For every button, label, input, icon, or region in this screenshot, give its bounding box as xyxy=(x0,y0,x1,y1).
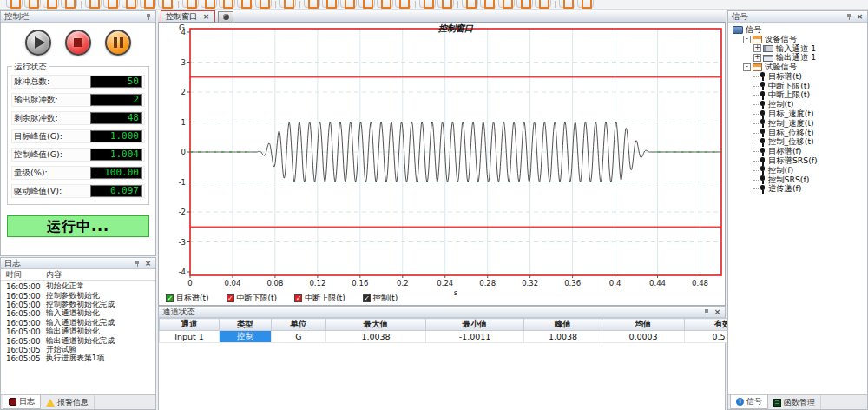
expand-icon[interactable]: + xyxy=(753,54,761,62)
log-entry[interactable]: 16:05:00输出通道初始化完成 xyxy=(1,336,155,345)
toolbar-button[interactable] xyxy=(395,0,411,8)
close-icon[interactable] xyxy=(144,260,152,268)
toolbar-button[interactable] xyxy=(182,0,199,8)
tab-label: 信号 xyxy=(746,396,762,407)
status-field-row: 量级(%):100.00 xyxy=(11,166,145,180)
status-field-label: 控制峰值(G): xyxy=(14,149,62,161)
toolbar-separator xyxy=(81,1,82,8)
collapse-icon[interactable]: - xyxy=(743,63,751,71)
toolbar-button[interactable] xyxy=(24,0,41,8)
expand-icon[interactable]: + xyxy=(753,44,761,52)
toolbar-button[interactable] xyxy=(279,0,296,8)
toolbar-button[interactable] xyxy=(255,0,272,8)
tab-label: 日志 xyxy=(19,396,35,407)
log-entry-time: 16:05:00 xyxy=(6,309,46,318)
sensor-icon xyxy=(760,72,766,81)
toolbar-button[interactable] xyxy=(122,0,138,8)
legend-checkbox[interactable] xyxy=(294,294,302,302)
waveform-chart: -4-3-2-10123400.040.080.120.160.20.240.2… xyxy=(159,23,725,305)
chart-legend: 目标谱(t)中断下限(t)中断上限(t)控制(t) xyxy=(166,293,398,304)
toolbar-button[interactable] xyxy=(559,0,575,8)
column-header[interactable]: 峰值 xyxy=(524,319,602,331)
close-icon[interactable] xyxy=(713,308,721,316)
pin-icon[interactable] xyxy=(703,308,710,316)
tree-item[interactable]: 信号 xyxy=(731,25,867,35)
toolbar-button[interactable] xyxy=(219,0,235,8)
pin-icon[interactable] xyxy=(134,260,141,268)
play-button[interactable] xyxy=(25,30,51,56)
column-header[interactable]: 最大值 xyxy=(326,319,426,331)
toolbar-button[interactable] xyxy=(577,0,594,8)
toolbar-button[interactable] xyxy=(462,0,478,8)
column-header[interactable]: 类型 xyxy=(220,319,272,331)
toolbar-button[interactable] xyxy=(61,0,77,8)
tree-item[interactable]: 中断上限(t) xyxy=(731,91,867,101)
toolbar-button[interactable] xyxy=(437,0,454,8)
toolbar-button[interactable] xyxy=(535,0,551,8)
toolbar-button[interactable] xyxy=(85,0,102,8)
channel-row[interactable]: Input 1控制G1.0038-1.00111.00380.00030.572… xyxy=(160,331,769,343)
toolbar-button[interactable] xyxy=(201,0,217,8)
channel-cell: -1.0011 xyxy=(426,331,524,343)
log-entry[interactable]: 16:05:05执行进度表第1项 xyxy=(1,354,155,363)
toolbar-button[interactable] xyxy=(237,0,253,8)
toolbar-button[interactable] xyxy=(43,0,59,8)
status-field-value: 100.00 xyxy=(90,167,142,179)
tree-guide xyxy=(753,86,759,87)
signal-tab-func[interactable]: 函数管理 xyxy=(768,395,821,409)
toolbar-button[interactable] xyxy=(140,0,156,8)
log-tab-warn[interactable]: 报警信息 xyxy=(41,395,95,409)
column-header[interactable]: 单位 xyxy=(272,319,326,331)
channel-cell: 0.0003 xyxy=(602,331,685,343)
tab-control-window[interactable]: 控制窗口 xyxy=(161,10,215,22)
pin-icon[interactable] xyxy=(845,13,852,21)
legend-checkbox[interactable] xyxy=(227,294,234,302)
run-status-group: 运行状态 脉冲总数:50输出脉冲数:2剩余脉冲数:48目标峰值(G):1.000… xyxy=(7,66,149,205)
tree-guide xyxy=(753,142,759,142)
legend-label: 中断下限(t) xyxy=(237,293,278,304)
status-field-label: 目标峰值(G): xyxy=(14,131,62,142)
snapshot-tab[interactable] xyxy=(218,11,233,22)
channel-status-title: 通道状态 xyxy=(162,307,700,317)
sensor-icon xyxy=(760,138,766,147)
toolbar-button[interactable] xyxy=(516,0,533,8)
svg-text:0.28: 0.28 xyxy=(479,279,496,288)
toolbar-button[interactable] xyxy=(304,0,320,8)
toolbar-button[interactable] xyxy=(158,0,174,8)
toolbar-button[interactable] xyxy=(103,0,120,8)
run-status-fields: 脉冲总数:50输出脉冲数:2剩余脉冲数:48目标峰值(G):1.000控制峰值(… xyxy=(11,75,145,198)
toolbar-button[interactable] xyxy=(358,0,375,8)
svg-text:0.4: 0.4 xyxy=(609,279,621,288)
tree-item[interactable]: 目标谱SRS(f) xyxy=(731,156,867,166)
toolbar-button[interactable] xyxy=(322,0,339,8)
pin-icon[interactable] xyxy=(145,13,152,21)
tree-item[interactable]: +输出通道 1 xyxy=(731,53,867,63)
toolbar-button[interactable] xyxy=(419,0,436,8)
collapse-icon[interactable]: - xyxy=(743,36,751,43)
tree-item[interactable]: 逆传递(f) xyxy=(731,185,867,195)
column-header[interactable]: 均值 xyxy=(602,319,685,331)
pause-button[interactable] xyxy=(105,30,131,56)
close-icon[interactable] xyxy=(856,13,864,21)
tab-close-icon[interactable] xyxy=(202,13,210,21)
column-header[interactable]: 最小值 xyxy=(426,319,524,331)
toolbar-button[interactable] xyxy=(377,0,393,8)
sensor-icon xyxy=(760,175,766,184)
toolbar-button[interactable] xyxy=(340,0,357,8)
stop-button[interactable] xyxy=(65,30,91,56)
log-rows: 16:05:00初始化正常16:05:00控制参数初始化16:05:00控制参数… xyxy=(1,281,155,394)
legend-checkbox[interactable] xyxy=(363,294,371,302)
svg-text:1: 1 xyxy=(181,118,186,127)
svg-text:0.36: 0.36 xyxy=(564,279,581,288)
column-header[interactable]: 通道 xyxy=(160,319,220,331)
signal-tab-info[interactable]: i信号 xyxy=(730,395,768,409)
legend-checkbox[interactable] xyxy=(166,294,174,302)
status-field-value: 48 xyxy=(90,112,142,124)
svg-text:控制窗口: 控制窗口 xyxy=(437,23,474,33)
application-window: 控制栏 运行状态 脉冲总数:50输出脉冲数:2剩余脉冲数:48目标峰值(G):1… xyxy=(0,0,868,410)
toolbar-button[interactable] xyxy=(480,0,496,8)
root-icon xyxy=(733,26,743,34)
toolbar-button[interactable] xyxy=(6,0,23,8)
toolbar-button[interactable] xyxy=(498,0,515,8)
log-tab-log[interactable]: 日志 xyxy=(3,395,41,409)
